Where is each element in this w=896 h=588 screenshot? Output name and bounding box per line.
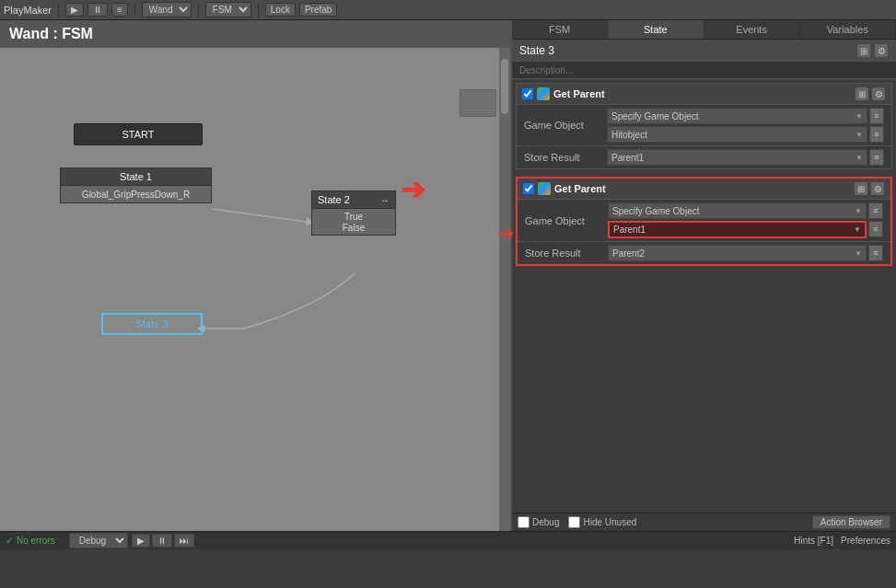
action2-specify-btn[interactable]: ≡	[868, 202, 883, 219]
right-panel: FSM State Events Variables State 3 ⊞ ⚙ G…	[512, 20, 896, 531]
action-block-2: Get Parent ⊞ ⚙ Game Object Specify Game …	[516, 177, 892, 266]
connections-svg	[0, 48, 510, 531]
vscroll-thumb[interactable]	[501, 59, 508, 114]
separator3	[198, 4, 199, 17]
dropdown-arrow2: ▼	[855, 131, 863, 139]
description-input[interactable]	[512, 63, 896, 79]
status-bar: ✓ No errors Debug ▶ ⏸ ⏭ Hints [F1] Prefe…	[0, 531, 896, 549]
app-title: PlayMaker	[4, 5, 52, 16]
action2-parent1-dropdown[interactable]: Parent1 ▼	[608, 221, 867, 238]
bookmark-btn[interactable]: ⊞	[856, 43, 871, 58]
dropdown-arrow4: ▼	[855, 207, 862, 215]
action2-storeresult-row: Store Result Parent2 ▼ ≡	[518, 241, 890, 264]
play-btn[interactable]: ▶	[65, 3, 84, 17]
dropdown-arrow6: ▼	[855, 249, 862, 258]
action-block-1: Get Parent ⊞ ⚙ Game Object Specify Game …	[516, 83, 892, 169]
status-errors: No errors	[17, 536, 55, 546]
debug-checkbox[interactable]	[518, 516, 529, 528]
playback-controls: ▶ ⏸ ⏭	[132, 534, 194, 548]
action1-menu-btn[interactable]: ⚙	[871, 86, 886, 101]
state1-node[interactable]: State 1 Global_GripPressDown_R	[60, 167, 212, 203]
red-arrow-1: ➔	[401, 172, 425, 207]
action2-gameobject-value: Specify Game Object ▼ ≡ Parent1 ▼ ≡	[608, 202, 883, 238]
tab-fsm[interactable]: FSM	[512, 20, 608, 39]
action1-gameobject-btn[interactable]: ≡	[869, 108, 884, 124]
action1-gameobject-row: Game Object Specify Game Object ▼ ≡ Hito…	[517, 104, 891, 145]
preferences-label: Preferences	[841, 536, 890, 546]
hide-unused-check[interactable]: Hide Unused	[568, 516, 636, 528]
action-browser-btn[interactable]: Action Browser	[812, 515, 890, 529]
action1-hitobject-btn[interactable]: ≡	[869, 126, 884, 143]
svg-line-1	[212, 209, 313, 223]
action2-gameobject-label: Game Object	[525, 215, 608, 226]
action1-specify-dropdown[interactable]: Specify Game Object ▼	[607, 108, 867, 124]
action1-parent1-dropdown[interactable]: Parent1 ▼	[607, 149, 867, 166]
action2-parent2-btn[interactable]: ≡	[868, 245, 883, 261]
action1-storeresult-label: Store Result	[524, 152, 607, 163]
main-content: Wand : FSM START	[0, 20, 896, 531]
dropdown-arrow5: ▼	[854, 225, 861, 234]
action1-gameobject-field: Specify Game Object ▼ ≡	[607, 108, 884, 124]
prefab-btn[interactable]: Prefab	[299, 3, 337, 17]
status-sep	[62, 535, 63, 548]
dropdown-arrow3: ▼	[855, 154, 863, 162]
action2-parent1-field: Parent1 ▼ ≡	[608, 221, 883, 238]
wand-dropdown[interactable]: Wand	[142, 2, 192, 17]
vertical-scrollbar[interactable]	[499, 48, 510, 531]
action1-checkbox[interactable]	[522, 88, 533, 99]
hints-label: Hints [F1]	[794, 536, 833, 546]
action1-header[interactable]: Get Parent ⊞ ⚙	[517, 84, 891, 104]
state-header: State 3 ⊞ ⚙	[512, 40, 896, 63]
action2-specify-field: Specify Game Object ▼ ≡	[608, 202, 883, 219]
step-btn[interactable]: ≡	[111, 3, 128, 17]
tab-variables[interactable]: Variables	[800, 20, 896, 39]
bottom-bar: Debug Hide Unused Action Browser	[512, 513, 896, 531]
action2-header-btns: ⊞ ⚙	[854, 181, 885, 196]
action1-gameobject-value: Specify Game Object ▼ ≡ Hitobject ▼ ≡	[607, 108, 884, 143]
lock-btn[interactable]: Lock	[265, 3, 296, 17]
action2-parent2-field: Parent2 ▼ ≡	[608, 245, 883, 261]
action2-parent2-dropdown[interactable]: Parent2 ▼	[608, 245, 867, 261]
action2-storeresult-value: Parent2 ▼ ≡	[608, 245, 883, 261]
fsm-canvas[interactable]: START State 1 Global_GripPressDown_R Sta…	[0, 48, 510, 531]
action1-storeresult-value: Parent1 ▼ ≡	[607, 149, 884, 166]
action2-parent1-btn[interactable]: ≡	[868, 221, 883, 237]
play-button[interactable]: ▶	[132, 534, 150, 548]
action1-parent1-field: Parent1 ▼ ≡	[607, 149, 884, 166]
status-right: Hints [F1] Preferences	[788, 536, 896, 546]
action2-gameobject-row: Game Object Specify Game Object ▼ ≡ Pare…	[518, 199, 890, 241]
fsm-dropdown[interactable]: FSM	[205, 2, 251, 17]
separator	[58, 4, 59, 17]
separator4	[258, 4, 259, 17]
action2-checkbox[interactable]	[523, 183, 534, 194]
pause-btn[interactable]: ⏸	[87, 3, 108, 17]
action1-parent1-btn[interactable]: ≡	[869, 149, 884, 166]
fsm-title: Wand : FSM	[0, 20, 510, 48]
action2-copy-btn[interactable]: ⊞	[854, 181, 868, 196]
hide-unused-checkbox[interactable]	[568, 516, 580, 528]
fsm-panel[interactable]: Wand : FSM START	[0, 20, 512, 531]
pause-button[interactable]: ⏸	[152, 534, 172, 548]
action2-specify-dropdown[interactable]: Specify Game Object ▼	[608, 202, 867, 219]
action1-hitobject-dropdown[interactable]: Hitobject ▼	[607, 126, 867, 143]
action1-copy-btn[interactable]: ⊞	[855, 86, 869, 101]
action1-icon	[537, 87, 550, 100]
separator2	[134, 4, 135, 17]
error-icon: ✓	[6, 536, 13, 546]
settings-btn[interactable]: ⚙	[874, 43, 889, 58]
debug-dropdown[interactable]: Debug	[69, 533, 128, 548]
action1-header-btns: ⊞ ⚙	[855, 86, 886, 101]
tab-state[interactable]: State	[608, 20, 704, 39]
action2-header[interactable]: Get Parent ⊞ ⚙	[518, 179, 890, 199]
right-tabs: FSM State Events Variables	[512, 20, 896, 40]
action2-menu-btn[interactable]: ⚙	[870, 181, 885, 196]
state-header-buttons: ⊞ ⚙	[856, 43, 889, 58]
state3-node[interactable]: State 3	[101, 313, 203, 335]
step-button[interactable]: ⏭	[174, 534, 194, 548]
action1-gameobject-label: Game Object	[524, 120, 607, 131]
start-node: START	[74, 123, 203, 145]
debug-check[interactable]: Debug	[518, 516, 559, 528]
tab-events[interactable]: Events	[704, 20, 800, 39]
top-bar: PlayMaker ▶ ⏸ ≡ Wand FSM Lock Prefab	[0, 0, 896, 20]
state2-node[interactable]: State 2 ↔ True False	[311, 190, 396, 236]
